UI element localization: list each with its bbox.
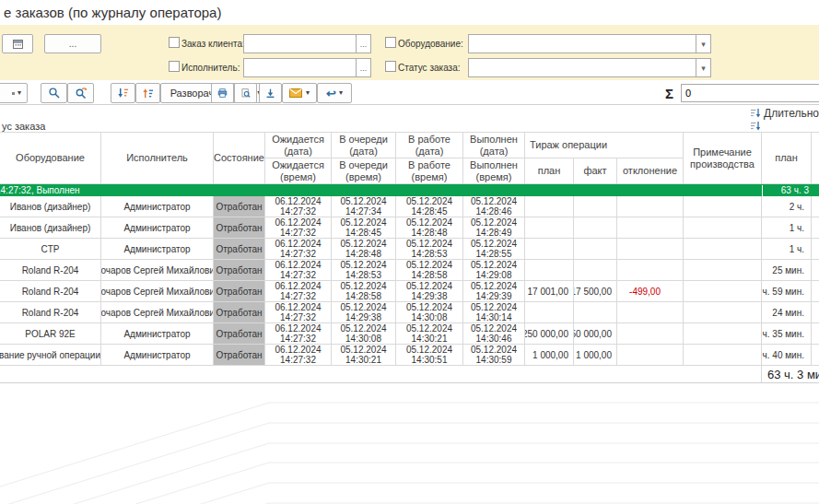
cell-note[interactable] — [684, 302, 762, 323]
expand-levels-button[interactable] — [111, 83, 135, 103]
cell-expected[interactable]: 06.12.202414:27:32 — [265, 281, 332, 302]
client-order-input[interactable] — [243, 34, 356, 53]
cell-done[interactable]: 05.12.202414:29:08 — [463, 260, 525, 281]
cell-state[interactable]: Отработан — [214, 239, 265, 260]
cell-stub[interactable] — [812, 302, 819, 323]
print-button[interactable] — [211, 83, 234, 103]
cell-duration-plan[interactable]: 24 мин. — [762, 302, 812, 323]
cell-equipment[interactable]: Roland R-204 — [0, 302, 101, 323]
cell-note[interactable] — [684, 217, 762, 239]
cell-duration-plan[interactable]: 2 ч. 59 мин. — [762, 281, 812, 302]
filter-checkbox-order-status[interactable] — [385, 61, 396, 72]
cell-note[interactable] — [684, 260, 762, 281]
cell-duration-plan[interactable]: 1 ч. — [762, 217, 812, 239]
cell-note[interactable] — [684, 239, 762, 260]
cell-duration-plan[interactable]: 25 мин. — [762, 260, 812, 281]
cell-in-work[interactable]: 05.12.202414:30:51 — [396, 345, 463, 366]
cell-stub[interactable] — [812, 323, 819, 345]
cell-expected[interactable]: 06.12.202414:27:32 — [265, 323, 332, 345]
equipment-dropdown-button[interactable]: ▾ — [696, 34, 711, 53]
cell-equipment[interactable]: Roland R-204 — [0, 281, 101, 302]
cell-queued[interactable]: 05.12.202414:28:45 — [332, 217, 396, 239]
cell-plan[interactable]: 1 000,00 — [525, 345, 574, 366]
cell-done[interactable]: 05.12.202414:30:59 — [463, 345, 525, 366]
cell-deviation[interactable] — [617, 217, 684, 239]
cell-in-work[interactable]: 05.12.202414:29:38 — [396, 281, 463, 302]
cell-expected[interactable]: 06.12.202414:27:32 — [265, 217, 332, 239]
cell-stub[interactable] — [812, 345, 819, 366]
cell-done[interactable]: 05.12.202414:29:39 — [463, 281, 525, 302]
cell-fact[interactable] — [574, 196, 617, 217]
cell-fact[interactable]: 1 000,00 — [574, 345, 617, 366]
cell-executor[interactable]: Бочаров Сергей Михайлович — [101, 302, 214, 323]
print-preview-button[interactable] — [234, 83, 257, 103]
cell-done[interactable]: 05.12.202414:30:14 — [463, 302, 525, 323]
cell-in-work[interactable]: 05.12.202414:28:48 — [396, 217, 463, 239]
send-mail-button[interactable]: ▾ — [282, 83, 317, 103]
cell-deviation[interactable] — [617, 260, 684, 281]
cell-note[interactable] — [684, 196, 762, 217]
table-row[interactable]: Оборудование ручной операцииАдминистрато… — [0, 345, 819, 366]
search-button[interactable] — [41, 83, 67, 103]
cell-equipment[interactable]: Иванов (дизайнер) — [0, 196, 101, 217]
client-order-ellipsis-button[interactable]: ... — [356, 34, 371, 53]
cell-fact[interactable]: 17 500,00 — [574, 281, 617, 302]
cell-stub[interactable] — [812, 217, 819, 239]
cell-executor[interactable]: Бочаров Сергей Михайлович — [101, 281, 214, 302]
cell-state[interactable]: Отработан — [214, 196, 265, 217]
cell-duration-plan[interactable]: 38 ч. 35 мин. — [762, 323, 812, 345]
filter-checkbox-equipment[interactable] — [385, 37, 396, 48]
cell-plan[interactable] — [525, 239, 574, 260]
cell-equipment[interactable]: POLAR 92E — [0, 323, 101, 345]
cell-queued[interactable]: 05.12.202414:29:38 — [332, 302, 396, 323]
cell-fact[interactable]: 250 000,00 — [574, 323, 617, 345]
cell-equipment[interactable]: Иванов (дизайнер) — [0, 217, 101, 239]
cell-state[interactable]: Отработан — [214, 323, 265, 345]
cell-queued[interactable]: 05.12.202414:30:21 — [332, 345, 396, 366]
cell-done[interactable]: 05.12.202414:28:46 — [463, 196, 525, 217]
cell-executor[interactable]: Администратор — [101, 196, 214, 217]
cell-in-work[interactable]: 05.12.202414:30:08 — [396, 302, 463, 323]
cell-queued[interactable]: 05.12.202414:28:58 — [332, 281, 396, 302]
cell-done[interactable]: 05.12.202414:28:55 — [463, 239, 525, 260]
cell-equipment[interactable]: Roland R-204 — [0, 260, 101, 281]
executor-ellipsis-button[interactable]: ... — [356, 58, 371, 77]
clipped-menu-button[interactable]: ▾ — [0, 83, 28, 103]
cell-fact[interactable] — [574, 217, 617, 239]
cell-fact[interactable] — [574, 302, 617, 323]
cell-executor[interactable]: Бочаров Сергей Михайлович — [101, 260, 214, 281]
cell-in-work[interactable]: 05.12.202414:28:53 — [396, 239, 463, 260]
cell-expected[interactable]: 06.12.202414:27:32 — [265, 239, 332, 260]
cell-plan[interactable]: 17 001,00 — [525, 281, 574, 302]
order-status-dropdown-button[interactable]: ▾ — [696, 58, 711, 77]
period-calendar-button[interactable] — [2, 34, 33, 53]
equipment-input[interactable] — [468, 34, 696, 53]
cell-deviation[interactable] — [617, 196, 684, 217]
cell-duration-plan[interactable]: 2 ч. — [762, 196, 812, 217]
cell-expected[interactable]: 06.12.202414:27:32 — [265, 260, 332, 281]
find-next-button[interactable] — [67, 83, 94, 103]
table-row[interactable]: Roland R-204Бочаров Сергей МихайловичОтр… — [0, 302, 819, 323]
table-row[interactable]: Иванов (дизайнер)АдминистраторОтработан0… — [0, 217, 819, 239]
cell-duration-plan[interactable]: 16 ч. 40 мин. — [762, 345, 812, 366]
cell-plan[interactable] — [525, 260, 574, 281]
table-row[interactable]: CTPАдминистраторОтработан06.12.202414:27… — [0, 239, 819, 260]
cell-stub[interactable] — [812, 281, 819, 302]
cell-state[interactable]: Отработан — [214, 302, 265, 323]
cell-deviation[interactable] — [617, 323, 684, 345]
cell-queued[interactable]: 05.12.202414:30:08 — [332, 323, 396, 345]
table-row[interactable]: Roland R-204Бочаров Сергей МихайловичОтр… — [0, 260, 819, 281]
cell-equipment[interactable]: CTP — [0, 239, 101, 260]
cell-state[interactable]: Отработан — [214, 217, 265, 239]
cell-plan[interactable] — [525, 196, 574, 217]
cell-state[interactable]: Отработан — [214, 260, 265, 281]
cell-expected[interactable]: 06.12.202414:27:32 — [265, 345, 332, 366]
collapse-levels-button[interactable] — [135, 83, 160, 103]
sort-icon[interactable] — [750, 108, 761, 119]
cell-expected[interactable]: 06.12.202414:27:32 — [265, 196, 332, 217]
cell-state[interactable]: Отработан — [214, 281, 265, 302]
cell-stub[interactable] — [812, 239, 819, 260]
cell-plan[interactable] — [525, 302, 574, 323]
cell-in-work[interactable]: 05.12.202414:28:58 — [396, 260, 463, 281]
cell-deviation[interactable]: -499,00 — [617, 281, 684, 302]
